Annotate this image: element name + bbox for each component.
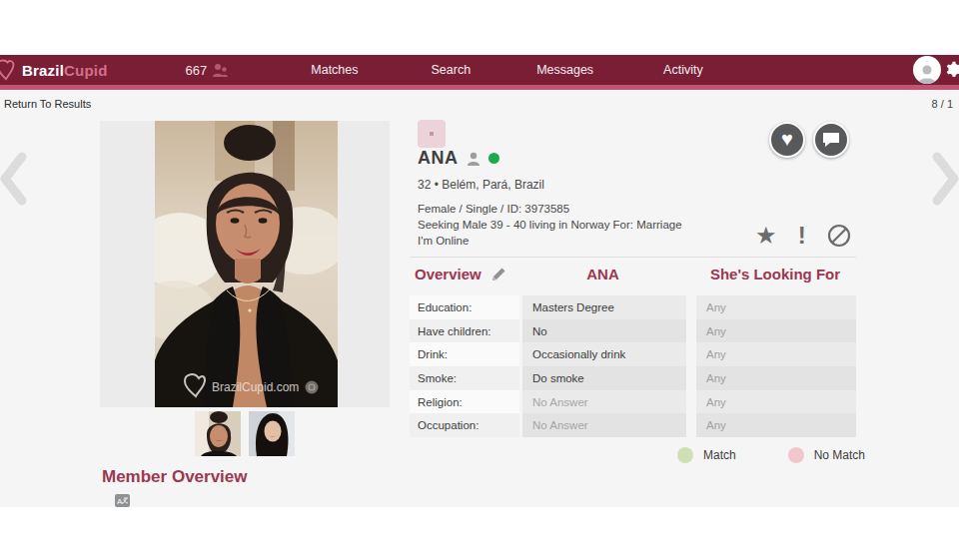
row-looking-value: Any	[696, 295, 856, 319]
row-looking-value: Any	[696, 390, 856, 414]
heart-icon: ♥	[781, 129, 793, 149]
matches-count[interactable]: 667	[186, 63, 230, 78]
online-status-dot	[488, 153, 499, 164]
profile-age-location: 32 • Belém, Pará, Brazil	[418, 178, 544, 192]
table-row: Have children: No Any	[410, 319, 856, 343]
row-label: Religion:	[410, 390, 519, 414]
no-match-label: No Match	[814, 448, 865, 462]
profile-attributes-table: Education: Masters Degree Any Have child…	[410, 295, 856, 437]
profile-photo[interactable]: BrazilCupid.com	[155, 121, 338, 407]
row-label: Education:	[410, 295, 519, 319]
row-member-value: No Answer	[522, 413, 686, 437]
previous-profile-arrow[interactable]	[0, 152, 28, 206]
table-row: Drink: Occasionally drink Any	[410, 342, 856, 366]
table-header-member: ANA	[522, 266, 683, 282]
matches-count-number: 667	[186, 63, 208, 78]
svg-text:BrazilCupid.com: BrazilCupid.com	[212, 380, 299, 394]
table-header-looking-for: She's Looking For	[694, 266, 856, 282]
photo-thumbnails	[195, 411, 295, 456]
row-member-value: No	[522, 319, 686, 343]
report-icon[interactable]: !	[798, 224, 806, 248]
show-interest-button[interactable]: ♥	[769, 122, 805, 158]
country-flag-badge[interactable]	[418, 120, 446, 148]
return-to-results-link[interactable]: Return To Results	[4, 98, 91, 110]
profile-name: ANA	[418, 148, 459, 169]
overview-header-label: Overview	[415, 266, 481, 282]
nav-item-matches[interactable]: Matches	[311, 63, 358, 77]
table-row: Education: Masters Degree Any	[410, 295, 856, 319]
main-content: Return To Results 8 / 1	[0, 90, 959, 507]
pagination-counter: 8 / 1	[932, 98, 953, 110]
thumbnail-photo-1[interactable]	[195, 411, 241, 456]
gear-icon[interactable]	[943, 59, 959, 81]
nav-menu: Matches Search Messages Activity	[229, 63, 702, 77]
row-member-value: Occasionally drink	[522, 342, 686, 366]
brand-logo[interactable]: BrazilCupid	[2, 59, 108, 81]
match-legend: Match No Match	[677, 447, 865, 463]
brand-heart-icon	[0, 59, 16, 81]
row-label: Occupation:	[410, 413, 519, 437]
people-icon	[212, 63, 229, 78]
user-avatar[interactable]	[913, 56, 941, 84]
svg-text:A: A	[117, 497, 123, 506]
row-looking-value: Any	[696, 366, 856, 390]
member-type-icon	[466, 151, 481, 167]
row-looking-value: Any	[696, 319, 856, 343]
profile-details-line1: Female / Single / ID: 3973585	[418, 203, 569, 215]
photo-container: BrazilCupid.com	[100, 121, 390, 407]
nav-item-activity[interactable]: Activity	[663, 63, 703, 77]
favorite-star-icon[interactable]: ★	[755, 224, 777, 248]
match-dot	[677, 447, 693, 463]
block-icon[interactable]	[827, 224, 851, 248]
row-label: Have children:	[410, 319, 519, 343]
member-overview-heading: Member Overview	[102, 467, 248, 487]
profile-online-text: I'm Online	[418, 235, 469, 247]
chat-bubble-icon	[822, 132, 840, 148]
secondary-actions: ★ !	[755, 224, 851, 248]
nav-right-group	[913, 55, 959, 85]
nav-item-messages[interactable]: Messages	[536, 63, 593, 77]
next-profile-arrow[interactable]	[931, 152, 959, 206]
edit-pencil-icon[interactable]	[491, 268, 505, 281]
thumbnail-photo-2[interactable]	[249, 411, 295, 456]
match-label: Match	[703, 448, 736, 462]
primary-actions: ♥	[769, 122, 849, 158]
row-member-value: Do smoke	[522, 366, 686, 390]
translate-icon[interactable]: A	[115, 494, 130, 507]
row-label: Drink:	[410, 342, 519, 366]
page: BrazilCupid 667 Matches Search Messages …	[0, 0, 959, 560]
profile-name-row: ANA	[418, 148, 499, 169]
row-member-value: No Answer	[522, 390, 686, 414]
send-message-button[interactable]	[813, 122, 849, 158]
brand-text: BrazilCupid	[22, 62, 108, 79]
table-header-overview: Overview	[415, 266, 505, 282]
table-top-divider	[410, 257, 856, 258]
row-member-value: Masters Degree	[522, 295, 686, 319]
profile-details-line2: Seeking Male 39 - 40 living in Norway Fo…	[418, 219, 682, 231]
table-row: Religion: No Answer Any	[410, 390, 856, 414]
no-match-dot	[788, 447, 804, 463]
table-row: Smoke: Do smoke Any	[410, 366, 856, 390]
row-looking-value: Any	[696, 413, 856, 437]
table-row: Occupation: No Answer Any	[410, 413, 856, 437]
nav-item-search[interactable]: Search	[432, 63, 472, 77]
person-silhouette-icon	[916, 62, 938, 84]
top-navbar: BrazilCupid 667 Matches Search Messages …	[0, 55, 959, 85]
row-label: Smoke:	[410, 366, 519, 390]
row-looking-value: Any	[696, 342, 856, 366]
